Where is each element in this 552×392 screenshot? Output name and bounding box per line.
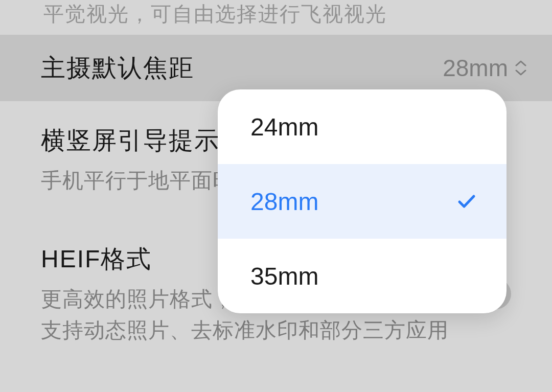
focal-option-label: 35mm [250, 262, 318, 290]
focal-option-28mm[interactable]: 28mm [218, 164, 507, 239]
focal-option-35mm[interactable]: 35mm [218, 239, 507, 313]
focal-option-24mm[interactable]: 24mm [218, 89, 507, 164]
focal-length-value: 28mm [443, 54, 508, 82]
truncated-setting-text: 平觉视光，可自由选择进行飞视视光 [43, 0, 387, 28]
focal-option-label: 28mm [250, 188, 318, 216]
focal-length-selector[interactable]: 28mm [443, 54, 526, 82]
up-down-chevron-icon [515, 60, 526, 76]
check-icon [456, 191, 477, 212]
focal-option-label: 24mm [250, 113, 318, 141]
focal-length-menu: 24mm 28mm 35mm [218, 89, 507, 313]
focal-length-title: 主摄默认焦距 [41, 52, 194, 84]
truncated-setting-row: 平觉视光，可自由选择进行飞视视光 [0, 0, 552, 35]
